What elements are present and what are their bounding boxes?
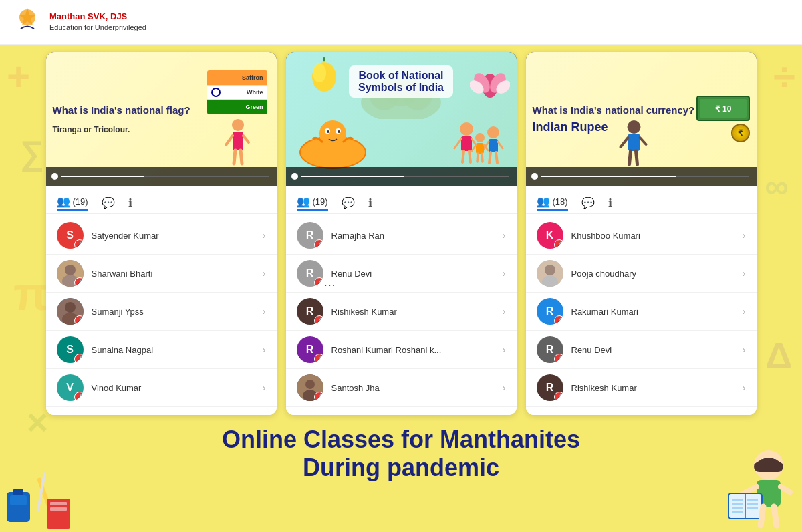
card2-list: R 🎤 Ramajha Ran › R 🎤 Renu Devi ... › R: [286, 214, 517, 410]
card1-timeline[interactable]: [46, 167, 277, 186]
svg-line-33: [469, 151, 471, 162]
participant-name: Renu Devi: [571, 345, 734, 355]
card2-tab-chat[interactable]: 💬: [342, 196, 355, 209]
chat-icon: 💬: [102, 196, 115, 209]
rupee-coin: ₹: [731, 124, 750, 142]
avatar: R 🎤: [537, 336, 563, 363]
svg-point-27: [313, 63, 326, 82]
table-row[interactable]: R 🎤 Renu Devi ... ›: [286, 255, 517, 293]
card-1: What is India's national flag? Tiranga o…: [46, 52, 277, 415]
mute-badge: 🎤: [554, 239, 563, 249]
mute-badge: 🎤: [74, 315, 84, 325]
participant-name: Pooja choudhary: [571, 269, 734, 279]
svg-line-4: [226, 136, 233, 145]
timeline-line: [301, 176, 509, 177]
table-row[interactable]: Pooja choudhary ›: [526, 255, 757, 293]
table-row[interactable]: S 🎤 Sunaina Nagpal ›: [46, 331, 277, 369]
typing-indicator: ...: [325, 277, 337, 288]
table-row[interactable]: R 🎤 Ramajha Ran ›: [286, 217, 517, 255]
participant-name: Sharwani Bharti: [92, 269, 255, 279]
footer-line1: Online Classes for Manthanites: [13, 426, 789, 454]
table-row[interactable]: S 🎤 Satyender Kumar ›: [46, 217, 277, 255]
svg-rect-66: [10, 495, 27, 505]
participant-name: Ramajha Ran: [331, 231, 495, 241]
card2-participants: 👥 (19) 💬 ℹ R 🎤 Ramajha Ran ›: [286, 186, 517, 415]
svg-line-38: [489, 152, 491, 163]
card1-answer: Tiranga or Tricolour.: [53, 125, 190, 134]
table-row[interactable]: 🎤 Santosh Jha ›: [286, 369, 517, 407]
table-row[interactable]: R 🎤 Roshani Kumarl Roshani k... ›: [286, 331, 517, 369]
card3-question: What is India's national currency?: [533, 104, 695, 117]
chevron-right-icon: ›: [263, 268, 266, 279]
svg-rect-41: [476, 143, 484, 154]
card3-tab-chat[interactable]: 💬: [581, 196, 595, 209]
card1-tab-info[interactable]: ℹ: [128, 196, 132, 209]
participants-icon: 👥: [57, 195, 70, 208]
timeline-line: [541, 176, 749, 177]
chevron-right-icon: ›: [743, 268, 746, 279]
avatar: S 🎤: [57, 222, 84, 249]
deco-boy-right: [715, 445, 802, 532]
card2-timeline[interactable]: [286, 167, 517, 186]
chevron-right-icon: ›: [503, 344, 506, 355]
svg-point-51: [305, 380, 315, 389]
green-label: Green: [245, 104, 263, 110]
card3-answer: Indian Rupee: [533, 120, 695, 134]
svg-point-2: [232, 119, 244, 131]
timeline-dot: [291, 173, 298, 180]
table-row[interactable]: R 🎤 Rakumari Kumari ›: [526, 293, 757, 331]
info-icon: ℹ: [608, 196, 612, 209]
chat-icon: 💬: [581, 196, 595, 209]
svg-rect-72: [50, 502, 67, 505]
card2-tab-participants[interactable]: 👥 (19): [297, 195, 328, 211]
table-row[interactable]: K 🎤 Khushboo Kumari ›: [526, 217, 757, 255]
svg-line-39: [496, 152, 497, 163]
participant-name: Sunaina Nagpal: [92, 345, 255, 355]
card-3: What is India's national currency? India…: [526, 52, 757, 415]
avatar: R 🎤: [297, 298, 323, 325]
card1-tab-chat[interactable]: 💬: [102, 196, 115, 209]
card2-tab-info[interactable]: ℹ: [368, 196, 372, 209]
card3-count: (18): [553, 196, 568, 207]
svg-line-58: [621, 138, 628, 147]
main-content: What is India's national flag? Tiranga o…: [0, 45, 802, 415]
svg-line-6: [234, 150, 235, 164]
table-row[interactable]: V 🎤 Vinod Kumar ›: [46, 369, 277, 407]
table-row[interactable]: 🎤 Sharwani Bharti ›: [46, 255, 277, 293]
deco-girl-left: [0, 452, 80, 532]
chevron-right-icon: ›: [743, 344, 746, 355]
saffron-label: Saffron: [242, 74, 263, 81]
svg-line-32: [462, 151, 464, 162]
table-row[interactable]: R 🎤 Rishikesh Kumar ›: [286, 293, 517, 331]
participant-name: Khushboo Kumari: [571, 231, 734, 241]
timeline-line: [61, 176, 269, 177]
chevron-right-icon: ›: [503, 268, 506, 279]
timeline-fill: [61, 176, 144, 177]
rupee-visual: ₹ 10 ₹: [696, 96, 750, 142]
svg-line-44: [477, 154, 478, 162]
card3-timeline[interactable]: [526, 167, 757, 186]
svg-point-28: [460, 122, 473, 136]
svg-line-37: [498, 142, 503, 148]
timeline-dot: [51, 173, 58, 180]
card2-video: Book of National Symbols of India: [286, 52, 517, 186]
svg-rect-73: [50, 507, 67, 511]
chevron-right-icon: ›: [743, 230, 746, 241]
card3-tab-info[interactable]: ℹ: [608, 196, 612, 209]
avatar: K 🎤: [537, 222, 563, 249]
svg-text:₹ 10: ₹ 10: [714, 104, 731, 114]
card1-participants: 👥 (19) 💬 ℹ S 🎤 Satyender Kumar ›: [46, 186, 277, 415]
svg-line-97: [774, 507, 777, 525]
header: Manthan SVK, DJS Education for Underpriv…: [0, 0, 802, 45]
participant-name: Renu Devi: [331, 269, 495, 279]
table-row[interactable]: R 🎤 Rishikesh Kumar ›: [526, 369, 757, 407]
table-row[interactable]: 🎤 Sumanji Ypss ›: [46, 293, 277, 331]
card1-tab-participants[interactable]: 👥 (19): [57, 195, 88, 211]
book-title: Book of National Symbols of India: [349, 65, 453, 98]
table-row[interactable]: R 🎤 Renu Devi ›: [526, 331, 757, 369]
card1-question: What is India's national flag?: [53, 104, 190, 117]
card3-tab-participants[interactable]: 👥 (18): [537, 195, 568, 211]
svg-point-40: [475, 133, 485, 142]
svg-point-19: [327, 130, 329, 133]
card3-video: What is India's national currency? India…: [526, 52, 757, 186]
